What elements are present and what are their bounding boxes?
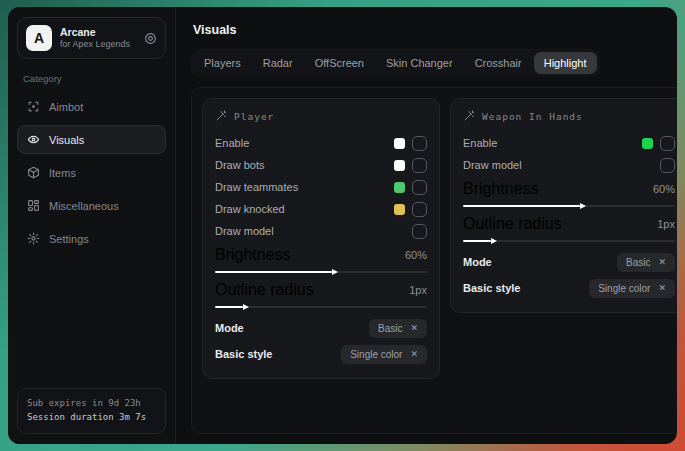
slider-value: 1px [409,284,427,296]
slider-fill[interactable] [463,205,580,207]
slider-row: Brightness 60% [463,179,675,207]
toggle-row: Draw knocked [215,198,427,220]
close-icon[interactable]: ✕ [658,283,666,293]
tab-crosshair[interactable]: Crosshair [465,52,532,74]
sidebar: A Arcane for Apex Legends Category Aimbo… [8,7,176,444]
category-label: Category [23,73,166,84]
tab-radar[interactable]: Radar [253,52,303,74]
slider-track[interactable] [215,271,427,273]
settings-panel: Player Enable Draw bots Draw teammates D… [202,98,440,379]
checkbox[interactable] [412,158,427,173]
eye-icon [26,133,40,146]
sidebar-item-items[interactable]: Items [17,158,166,187]
select-row: Basic style Single color ✕ [215,341,427,367]
select-label: Basic style [215,348,272,360]
select-chip[interactable]: Basic ✕ [369,319,427,338]
close-icon[interactable]: ✕ [658,257,666,267]
page-title: Visuals [193,23,677,37]
box-icon [26,166,40,179]
main-area: Visuals PlayersRadarOffScreenSkin Change… [176,7,677,444]
close-icon[interactable]: ✕ [410,323,418,333]
slider-row: Brightness 60% [215,245,427,273]
toggle-row: Draw model [215,220,427,242]
wand-icon [215,110,227,122]
select-chip[interactable]: Single color ✕ [589,279,675,298]
slider-label: Outline radius [215,281,314,299]
sidebar-item-label: Items [49,167,76,179]
app-logo: A [26,25,52,51]
toggle-row: Draw teammates [215,176,427,198]
select-chip[interactable]: Basic ✕ [617,253,675,272]
sidebar-item-label: Miscellaneous [49,200,119,212]
color-swatch[interactable] [394,160,405,171]
slider-label: Brightness [215,246,291,264]
checkbox[interactable] [412,180,427,195]
sidebar-item-label: Settings [49,233,89,245]
tab-bar: PlayersRadarOffScreenSkin ChangerCrossha… [191,49,600,77]
app-subtitle: for Apex Legends [60,39,136,50]
toggle-label: Draw model [215,225,274,237]
dashboard-icon [26,199,40,212]
sub-expiry-text: Sub expires in 9d 23h [27,397,156,411]
toggle-row: Enable [463,132,675,154]
select-row: Mode Basic ✕ [215,315,427,341]
slider-row: Outline radius 1px [215,280,427,308]
toggle-label: Draw teammates [215,181,298,193]
select-label: Basic style [463,282,520,294]
color-swatch[interactable] [394,204,405,215]
toggle-row: Draw bots [215,154,427,176]
color-swatch[interactable] [394,138,405,149]
color-swatch[interactable] [642,138,653,149]
checkbox[interactable] [412,224,427,239]
app-window: A Arcane for Apex Legends Category Aimbo… [8,7,677,444]
slider-fill[interactable] [215,271,332,273]
tab-offscreen[interactable]: OffScreen [305,52,374,74]
tab-players[interactable]: Players [194,52,251,74]
slider-track[interactable] [463,205,675,207]
toggle-row: Enable [215,132,427,154]
color-swatch[interactable] [394,182,405,193]
settings-panel: Weapon In Hands Enable Draw model Bright… [450,98,677,313]
select-label: Mode [463,256,492,268]
app-name: Arcane [60,26,136,39]
sidebar-item-aimbot[interactable]: Aimbot [17,92,166,121]
sidebar-item-visuals[interactable]: Visuals [17,125,166,154]
slider-value: 60% [653,183,675,195]
slider-label: Outline radius [463,215,562,233]
toggle-label: Draw model [463,159,522,171]
crosshair-icon [26,100,40,113]
slider-row: Outline radius 1px [463,214,675,242]
checkbox[interactable] [660,136,675,151]
slider-fill[interactable] [463,240,491,242]
slider-label: Brightness [463,180,539,198]
checkbox[interactable] [412,202,427,217]
sidebar-nav: Aimbot Visuals Items Miscellaneous Setti… [17,92,166,253]
panel-title: Weapon In Hands [482,111,583,122]
brand-card: A Arcane for Apex Legends [17,17,166,59]
subscription-card: Sub expires in 9d 23h Session duration 3… [17,388,166,434]
slider-track[interactable] [215,306,427,308]
sidebar-item-miscellaneous[interactable]: Miscellaneous [17,191,166,220]
wand-icon [463,110,475,122]
checkbox[interactable] [412,136,427,151]
session-duration-text: Session duration 3m 7s [27,411,156,425]
slider-value: 60% [405,249,427,261]
disc-icon[interactable] [144,32,157,45]
select-label: Mode [215,322,244,334]
slider-fill[interactable] [215,306,243,308]
tab-highlight[interactable]: Highlight [534,52,597,74]
sidebar-item-settings[interactable]: Settings [17,224,166,253]
slider-value: 1px [657,218,675,230]
select-chip[interactable]: Single color ✕ [341,345,427,364]
panels-container: Player Enable Draw bots Draw teammates D… [191,87,677,434]
gear-icon [26,232,40,245]
close-icon[interactable]: ✕ [410,349,418,359]
toggle-label: Draw knocked [215,203,285,215]
desktop-background: A Arcane for Apex Legends Category Aimbo… [0,0,685,451]
slider-track[interactable] [463,240,675,242]
tab-skin-changer[interactable]: Skin Changer [376,52,463,74]
checkbox[interactable] [660,158,675,173]
toggle-label: Draw bots [215,159,265,171]
select-row: Basic style Single color ✕ [463,275,675,301]
sidebar-item-label: Visuals [49,134,84,146]
